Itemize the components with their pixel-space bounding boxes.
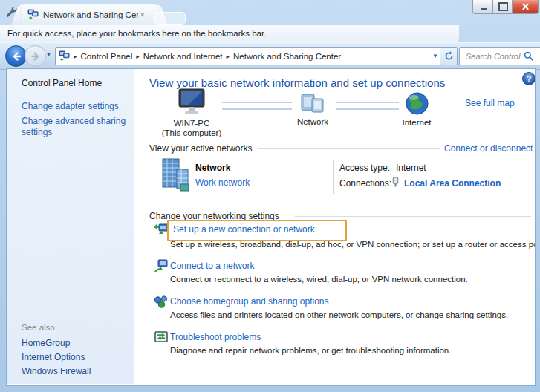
map-node-computer[interactable]: WIN7-PC (This computer) xyxy=(153,88,230,138)
section-divider xyxy=(258,148,440,149)
map-node-internet[interactable]: Internet xyxy=(380,91,454,128)
sidebar-change-advanced-sharing[interactable]: Change advanced sharing settings xyxy=(22,116,127,138)
troubleshoot-icon xyxy=(154,330,169,344)
help-button[interactable]: ? xyxy=(522,72,536,85)
magnifier-icon[interactable] xyxy=(524,51,533,61)
minimize-button[interactable] xyxy=(472,0,495,14)
section-divider xyxy=(295,216,531,217)
divider xyxy=(333,160,334,194)
back-button[interactable] xyxy=(5,45,27,67)
connect-to-network-link[interactable]: Connect to a network xyxy=(170,261,254,271)
internet-globe-icon xyxy=(405,91,429,116)
sidebar-windows-firewall[interactable]: Windows Firewall xyxy=(22,366,91,376)
page-title: View your basic network information and … xyxy=(149,76,445,89)
network-node-label: Network xyxy=(297,117,328,127)
help-icon: ? xyxy=(527,74,532,83)
homegroup-sharing-options-desc: Access files and printers located on oth… xyxy=(170,310,508,319)
tab-title: Network and Sharing Center xyxy=(43,10,138,19)
tab-close-icon[interactable]: × xyxy=(140,10,146,19)
maximize-button[interactable] xyxy=(492,0,514,14)
close-button[interactable] xyxy=(512,0,539,14)
see-full-map-link[interactable]: See full map xyxy=(465,98,515,108)
sidebar-internet-options[interactable]: Internet Options xyxy=(22,352,85,362)
maximize-icon xyxy=(498,2,508,11)
connect-to-network-icon xyxy=(154,258,169,273)
control-panel-window: Control Panel Home Change adapter settin… xyxy=(6,68,536,386)
computer-name-label: WIN7-PC xyxy=(174,119,210,128)
new-connection-icon xyxy=(154,222,169,237)
address-bar[interactable]: ▸ Control Panel ▸ Network and Internet ▸… xyxy=(55,47,444,65)
map-node-network[interactable]: Network xyxy=(276,93,350,127)
forward-arrow-icon xyxy=(30,51,41,62)
see-also-label: See also xyxy=(22,323,55,332)
breadcrumb-network-and-sharing-center[interactable]: Network and Sharing Center xyxy=(233,52,341,61)
sidebar-change-adapter-settings[interactable]: Change adapter settings xyxy=(22,101,119,111)
local-area-connection-link[interactable]: Local Area Connection xyxy=(404,178,501,189)
close-icon xyxy=(521,3,530,11)
troubleshoot-problems-desc: Diagnose and repair network problems, or… xyxy=(170,346,451,355)
search-field[interactable] xyxy=(459,47,540,65)
active-network-name: Network xyxy=(195,163,230,173)
troubleshoot-problems-link[interactable]: Troubleshoot problems xyxy=(170,332,261,342)
refresh-button[interactable] xyxy=(440,47,458,65)
setup-new-connection-desc: Set up a wireless, broadband, dial-up, a… xyxy=(170,240,536,249)
breadcrumb-separator-icon: ▸ xyxy=(132,53,143,60)
access-type-label: Access type: xyxy=(339,163,390,173)
homegroup-sharing-options-link[interactable]: Choose homegroup and sharing options xyxy=(170,296,328,307)
back-arrow-icon xyxy=(11,51,22,62)
forward-button[interactable] xyxy=(25,45,46,67)
computer-sublabel: (This computer) xyxy=(162,128,222,138)
bookmarks-bar: For quick access, place your bookmarks h… xyxy=(0,24,459,43)
minimize-icon xyxy=(481,8,487,10)
network-sharing-center-icon xyxy=(59,50,70,62)
wrench-icon[interactable] xyxy=(5,5,17,17)
computer-icon xyxy=(175,88,209,117)
sidebar: Control Panel Home Change adapter settin… xyxy=(7,69,134,384)
network-building-icon xyxy=(158,157,191,192)
refresh-icon xyxy=(444,51,454,61)
sidebar-control-panel-home[interactable]: Control Panel Home xyxy=(22,78,102,88)
search-input[interactable] xyxy=(464,51,524,62)
connections-label: Connections: xyxy=(339,178,391,189)
lan-connection-icon xyxy=(391,177,400,187)
recent-pages-dropdown-icon[interactable]: ▼ xyxy=(46,52,51,57)
connect-to-network-desc: Connect or reconnect to a wireless, wire… xyxy=(170,275,468,284)
network-icon xyxy=(299,93,326,115)
active-networks-header: View your active networks xyxy=(149,143,253,154)
work-network-link[interactable]: Work network xyxy=(195,177,250,188)
breadcrumb-separator-icon: ▸ xyxy=(223,53,234,60)
browser-tab[interactable]: Network and Sharing Center × xyxy=(21,4,158,24)
breadcrumb-network-and-internet[interactable]: Network and Internet xyxy=(143,52,223,61)
setup-new-connection-link[interactable]: Set up a new connection or network xyxy=(173,224,315,235)
sidebar-homegroup[interactable]: HomeGroup xyxy=(22,338,70,348)
access-type-value: Internet xyxy=(396,163,426,173)
bookmarks-notice: For quick access, place your bookmarks h… xyxy=(7,29,266,38)
breadcrumb-control-panel[interactable]: Control Panel xyxy=(81,52,133,61)
breadcrumb-separator-icon: ▸ xyxy=(70,53,81,60)
connect-or-disconnect-link[interactable]: Connect or disconnect xyxy=(444,143,533,154)
new-tab-button[interactable] xyxy=(154,12,186,24)
internet-node-label: Internet xyxy=(403,118,432,128)
network-sharing-center-icon xyxy=(27,9,39,20)
homegroup-icon xyxy=(154,294,169,309)
